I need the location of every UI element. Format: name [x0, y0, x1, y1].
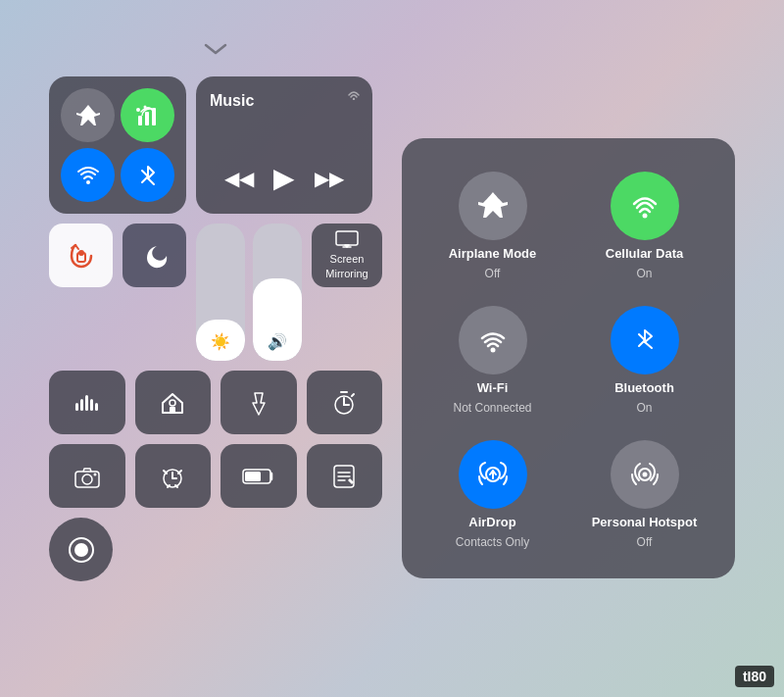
play-button[interactable]: ▶: [273, 162, 295, 194]
bluetooth-name: Bluetooth: [614, 380, 674, 395]
row-3-icons: [49, 371, 382, 434]
svg-point-5: [86, 180, 90, 184]
sliders-area: ☀️ 🔊: [196, 224, 302, 361]
row-4-icons: [49, 444, 382, 508]
homekit-button[interactable]: [135, 371, 212, 434]
brightness-slider[interactable]: ☀️: [196, 224, 245, 361]
airplane-mode-icon-wrap: [459, 172, 527, 240]
row-5: [49, 518, 382, 581]
wifi-icon-wrap: [459, 306, 527, 374]
svg-point-19: [82, 474, 92, 484]
alarm-button[interactable]: [135, 444, 212, 508]
svg-point-26: [74, 543, 88, 557]
bluetooth-button[interactable]: [121, 148, 174, 202]
row-1: Music ◀◀ ▶ ▶▶: [49, 76, 382, 214]
svg-point-28: [490, 348, 495, 353]
svg-rect-11: [80, 399, 83, 411]
hotspot-status: Off: [637, 535, 653, 549]
bluetooth-icon-wrap: [611, 306, 679, 374]
do-not-disturb-button[interactable]: [122, 224, 186, 287]
svg-rect-13: [90, 399, 93, 411]
svg-rect-0: [138, 116, 142, 125]
previous-button[interactable]: ◀◀: [224, 167, 254, 190]
watermark: tI80: [735, 666, 774, 687]
svg-point-20: [93, 473, 96, 475]
cellular-data-button[interactable]: [121, 88, 174, 142]
wifi-button[interactable]: [61, 148, 115, 202]
next-button[interactable]: ▶▶: [315, 167, 344, 190]
main-container: Music ◀◀ ▶ ▶▶: [0, 0, 784, 697]
hotspot-icon-wrap: [611, 440, 679, 509]
airdrop-icon-wrap: [459, 440, 527, 509]
wifi-item[interactable]: Wi-Fi Not Connected: [421, 296, 564, 421]
svg-point-16: [170, 400, 175, 406]
screen-mirroring-label: ScreenMirroring: [325, 252, 368, 280]
music-controls: ◀◀ ▶ ▶▶: [224, 162, 344, 194]
svg-point-27: [642, 214, 647, 219]
svg-rect-14: [95, 403, 98, 411]
svg-rect-15: [170, 407, 175, 413]
svg-point-33: [642, 473, 647, 477]
cellular-data-status: On: [636, 267, 652, 280]
svg-rect-23: [245, 472, 261, 481]
wifi-name: Wi-Fi: [477, 380, 509, 395]
cellular-data-icon-wrap: [611, 172, 679, 240]
airplane-mode-status: Off: [485, 267, 501, 280]
cellular-data-name: Cellular Data: [606, 246, 683, 261]
bluetooth-status: On: [636, 401, 652, 415]
bluetooth-item[interactable]: Bluetooth On: [573, 296, 715, 421]
screen-record-button[interactable]: [49, 518, 113, 581]
flashlight-button[interactable]: [220, 371, 297, 434]
hotspot-item[interactable]: Personal Hotspot Off: [573, 430, 715, 555]
svg-point-6: [353, 98, 355, 100]
wifi-status: Not Connected: [453, 401, 531, 415]
cellular-data-item[interactable]: Cellular Data On: [573, 162, 715, 286]
svg-rect-1: [145, 112, 149, 125]
airdrop-name: AirDrop: [468, 515, 515, 529]
svg-rect-9: [336, 231, 358, 245]
battery-button[interactable]: [220, 444, 297, 508]
lock-rotation-button[interactable]: [49, 224, 113, 287]
screen-mirroring-button[interactable]: ScreenMirroring: [312, 224, 382, 287]
airplane-mode-button[interactable]: [61, 88, 115, 142]
camera-button[interactable]: [49, 444, 125, 508]
svg-rect-10: [75, 403, 78, 411]
notes-button[interactable]: [307, 444, 383, 508]
svg-point-3: [136, 108, 140, 112]
airdrop-status: Contacts Only: [456, 535, 529, 549]
right-panel: Airplane Mode Off Cellular Data On: [402, 138, 735, 578]
music-tile[interactable]: Music ◀◀ ▶ ▶▶: [196, 76, 372, 214]
airplane-mode-item[interactable]: Airplane Mode Off: [421, 162, 564, 286]
chevron-down-icon[interactable]: [49, 39, 382, 62]
row-2: ☀️ 🔊 ScreenMirroring: [49, 224, 382, 361]
svg-rect-12: [85, 395, 88, 411]
timer-button[interactable]: [307, 371, 383, 434]
left-panel: Music ◀◀ ▶ ▶▶: [49, 20, 382, 581]
svg-line-30: [639, 340, 645, 346]
hotspot-name: Personal Hotspot: [592, 515, 698, 529]
music-label: Music: [210, 92, 254, 110]
airdrop-item[interactable]: AirDrop Contacts Only: [421, 430, 564, 555]
airplay-icon: [347, 86, 361, 103]
sound-recognition-button[interactable]: [49, 371, 125, 434]
volume-slider[interactable]: 🔊: [253, 224, 302, 361]
airplane-mode-name: Airplane Mode: [449, 246, 537, 261]
connectivity-tile: [49, 76, 186, 214]
